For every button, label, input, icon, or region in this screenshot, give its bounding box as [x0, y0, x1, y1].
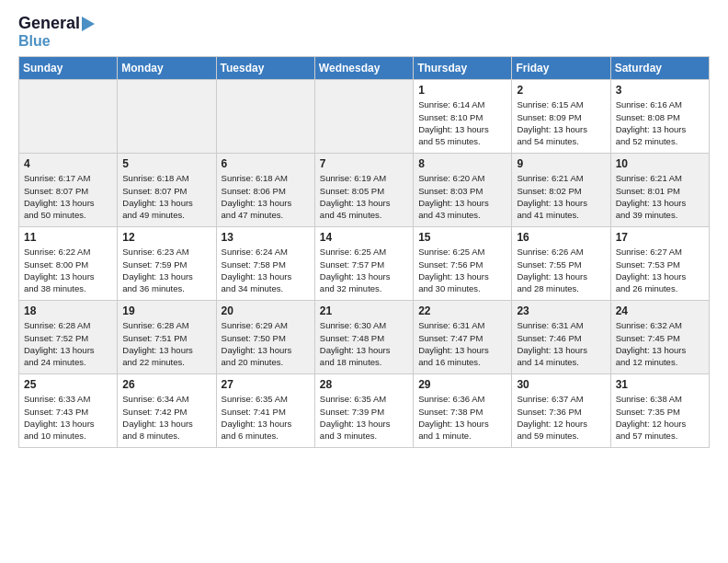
calendar-cell: 21Sunrise: 6:30 AM Sunset: 7:48 PM Dayli…: [314, 301, 413, 374]
calendar-cell: 3Sunrise: 6:16 AM Sunset: 8:08 PM Daylig…: [610, 80, 709, 154]
calendar-week-2: 4Sunrise: 6:17 AM Sunset: 8:07 PM Daylig…: [19, 154, 710, 227]
cell-content: Sunrise: 6:26 AM Sunset: 7:55 PM Dayligh…: [517, 246, 605, 294]
day-number: 15: [418, 231, 506, 244]
cell-content: Sunrise: 6:33 AM Sunset: 7:43 PM Dayligh…: [24, 393, 112, 442]
cell-content: Sunrise: 6:28 AM Sunset: 7:52 PM Dayligh…: [24, 319, 112, 368]
day-number: 17: [616, 231, 704, 244]
day-number: 31: [616, 378, 704, 391]
calendar-cell: 6Sunrise: 6:18 AM Sunset: 8:06 PM Daylig…: [216, 154, 314, 227]
cell-content: Sunrise: 6:18 AM Sunset: 8:07 PM Dayligh…: [122, 172, 210, 221]
cell-content: Sunrise: 6:30 AM Sunset: 7:48 PM Dayligh…: [320, 319, 408, 368]
calendar-cell: 23Sunrise: 6:31 AM Sunset: 7:46 PM Dayli…: [512, 301, 610, 374]
calendar-cell: 22Sunrise: 6:31 AM Sunset: 7:47 PM Dayli…: [414, 301, 512, 374]
day-number: 21: [320, 304, 408, 317]
weekday-header-sunday: Sunday: [19, 57, 118, 80]
cell-content: Sunrise: 6:17 AM Sunset: 8:07 PM Dayligh…: [24, 172, 112, 221]
logo-arrow-icon: [82, 17, 95, 31]
day-number: 6: [222, 157, 310, 170]
weekday-header-thursday: Thursday: [414, 57, 512, 80]
cell-content: Sunrise: 6:29 AM Sunset: 7:50 PM Dayligh…: [222, 319, 310, 368]
day-number: 24: [616, 304, 704, 317]
calendar-cell: 28Sunrise: 6:35 AM Sunset: 7:39 PM Dayli…: [314, 374, 413, 448]
page-header: General Blue: [18, 15, 710, 49]
day-number: 23: [517, 304, 605, 317]
cell-content: Sunrise: 6:21 AM Sunset: 8:02 PM Dayligh…: [517, 172, 605, 221]
day-number: 26: [122, 378, 210, 391]
calendar-cell: 29Sunrise: 6:36 AM Sunset: 7:38 PM Dayli…: [414, 374, 512, 448]
cell-content: Sunrise: 6:24 AM Sunset: 7:58 PM Dayligh…: [222, 246, 310, 294]
day-number: 9: [517, 157, 605, 170]
calendar-week-3: 11Sunrise: 6:22 AM Sunset: 8:00 PM Dayli…: [19, 227, 710, 301]
day-number: 25: [24, 378, 112, 391]
day-number: 27: [222, 378, 310, 391]
calendar-week-5: 25Sunrise: 6:33 AM Sunset: 7:43 PM Dayli…: [19, 374, 710, 448]
cell-content: Sunrise: 6:14 AM Sunset: 8:10 PM Dayligh…: [418, 98, 506, 147]
calendar-cell: 24Sunrise: 6:32 AM Sunset: 7:45 PM Dayli…: [610, 301, 709, 374]
day-number: 2: [517, 84, 605, 97]
calendar-cell: 2Sunrise: 6:15 AM Sunset: 8:09 PM Daylig…: [512, 80, 610, 154]
cell-content: Sunrise: 6:31 AM Sunset: 7:47 PM Dayligh…: [418, 319, 506, 368]
cell-content: Sunrise: 6:22 AM Sunset: 8:00 PM Dayligh…: [24, 246, 112, 294]
day-number: 19: [122, 304, 210, 317]
calendar-cell: 17Sunrise: 6:27 AM Sunset: 7:53 PM Dayli…: [610, 227, 709, 301]
day-number: 14: [320, 231, 408, 244]
calendar-cell: 7Sunrise: 6:19 AM Sunset: 8:05 PM Daylig…: [314, 154, 413, 227]
cell-content: Sunrise: 6:38 AM Sunset: 7:35 PM Dayligh…: [616, 393, 704, 442]
cell-content: Sunrise: 6:35 AM Sunset: 7:41 PM Dayligh…: [222, 393, 310, 442]
calendar-cell: 13Sunrise: 6:24 AM Sunset: 7:58 PM Dayli…: [216, 227, 314, 301]
cell-content: Sunrise: 6:28 AM Sunset: 7:51 PM Dayligh…: [122, 319, 210, 368]
day-number: 28: [320, 378, 408, 391]
calendar-cell: 19Sunrise: 6:28 AM Sunset: 7:51 PM Dayli…: [118, 301, 216, 374]
weekday-header-monday: Monday: [118, 57, 216, 80]
calendar-week-4: 18Sunrise: 6:28 AM Sunset: 7:52 PM Dayli…: [19, 301, 710, 374]
cell-content: Sunrise: 6:37 AM Sunset: 7:36 PM Dayligh…: [517, 393, 605, 442]
calendar-cell: 26Sunrise: 6:34 AM Sunset: 7:42 PM Dayli…: [118, 374, 216, 448]
weekday-header-friday: Friday: [512, 57, 610, 80]
day-number: 3: [616, 84, 704, 97]
calendar-cell: 1Sunrise: 6:14 AM Sunset: 8:10 PM Daylig…: [414, 80, 512, 154]
cell-content: Sunrise: 6:31 AM Sunset: 7:46 PM Dayligh…: [517, 319, 605, 368]
calendar-cell: [314, 80, 413, 154]
cell-content: Sunrise: 6:16 AM Sunset: 8:08 PM Dayligh…: [616, 98, 704, 147]
day-number: 5: [122, 157, 210, 170]
weekday-header-wednesday: Wednesday: [314, 57, 413, 80]
weekday-header-tuesday: Tuesday: [216, 57, 314, 80]
calendar-cell: 9Sunrise: 6:21 AM Sunset: 8:02 PM Daylig…: [512, 154, 610, 227]
calendar-cell: 14Sunrise: 6:25 AM Sunset: 7:57 PM Dayli…: [314, 227, 413, 301]
calendar-cell: 25Sunrise: 6:33 AM Sunset: 7:43 PM Dayli…: [19, 374, 118, 448]
day-number: 11: [24, 231, 112, 244]
calendar-cell: 4Sunrise: 6:17 AM Sunset: 8:07 PM Daylig…: [19, 154, 118, 227]
weekday-header-saturday: Saturday: [610, 57, 709, 80]
cell-content: Sunrise: 6:36 AM Sunset: 7:38 PM Dayligh…: [418, 393, 506, 442]
cell-content: Sunrise: 6:23 AM Sunset: 7:59 PM Dayligh…: [122, 246, 210, 294]
calendar-week-1: 1Sunrise: 6:14 AM Sunset: 8:10 PM Daylig…: [19, 80, 710, 154]
calendar-cell: 11Sunrise: 6:22 AM Sunset: 8:00 PM Dayli…: [19, 227, 118, 301]
logo: General Blue: [18, 15, 95, 49]
day-number: 16: [517, 231, 605, 244]
day-number: 8: [418, 157, 506, 170]
day-number: 13: [222, 231, 310, 244]
day-number: 29: [418, 378, 506, 391]
calendar-cell: 12Sunrise: 6:23 AM Sunset: 7:59 PM Dayli…: [118, 227, 216, 301]
calendar-cell: 27Sunrise: 6:35 AM Sunset: 7:41 PM Dayli…: [216, 374, 314, 448]
calendar-table: SundayMondayTuesdayWednesdayThursdayFrid…: [18, 56, 710, 448]
cell-content: Sunrise: 6:18 AM Sunset: 8:06 PM Dayligh…: [222, 172, 310, 221]
cell-content: Sunrise: 6:15 AM Sunset: 8:09 PM Dayligh…: [517, 98, 605, 147]
day-number: 18: [24, 304, 112, 317]
cell-content: Sunrise: 6:19 AM Sunset: 8:05 PM Dayligh…: [320, 172, 408, 221]
logo-text-blue: Blue: [18, 33, 51, 50]
day-number: 12: [122, 231, 210, 244]
calendar-cell: 30Sunrise: 6:37 AM Sunset: 7:36 PM Dayli…: [512, 374, 610, 448]
calendar-cell: [216, 80, 314, 154]
day-number: 22: [418, 304, 506, 317]
calendar-cell: 16Sunrise: 6:26 AM Sunset: 7:55 PM Dayli…: [512, 227, 610, 301]
day-number: 4: [24, 157, 112, 170]
calendar-cell: 8Sunrise: 6:20 AM Sunset: 8:03 PM Daylig…: [414, 154, 512, 227]
day-number: 1: [418, 84, 506, 97]
day-number: 7: [320, 157, 408, 170]
cell-content: Sunrise: 6:20 AM Sunset: 8:03 PM Dayligh…: [418, 172, 506, 221]
calendar-cell: [118, 80, 216, 154]
calendar-cell: 31Sunrise: 6:38 AM Sunset: 7:35 PM Dayli…: [610, 374, 709, 448]
cell-content: Sunrise: 6:32 AM Sunset: 7:45 PM Dayligh…: [616, 319, 704, 368]
cell-content: Sunrise: 6:21 AM Sunset: 8:01 PM Dayligh…: [616, 172, 704, 221]
